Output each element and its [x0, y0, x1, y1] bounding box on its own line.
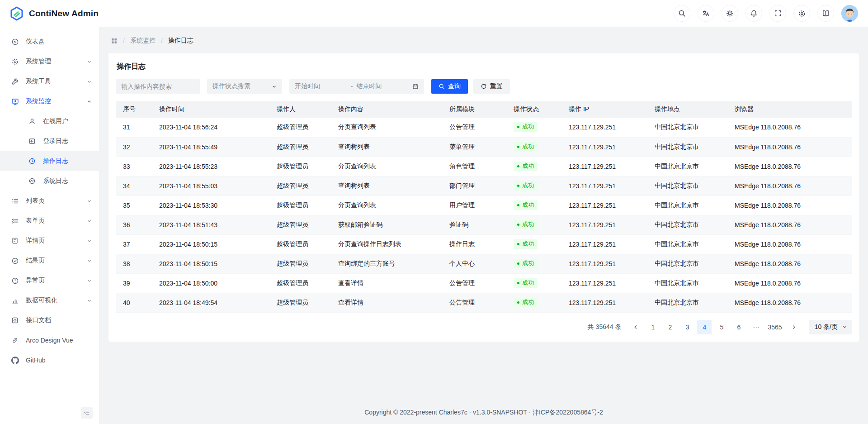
sidebar-item-exception-page[interactable]: 异常页	[0, 271, 99, 291]
content-search-input[interactable]	[121, 83, 194, 90]
cell-time: 2023-11-04 18:50:15	[152, 234, 269, 254]
cell-browser: MSEdge 118.0.2088.76	[727, 118, 852, 137]
sidebar-item-label: 系统监控	[26, 97, 51, 105]
sidebar-item-login-log[interactable]: 登录日志	[0, 131, 99, 151]
pagination-prev-button[interactable]	[628, 320, 643, 334]
table-row[interactable]: 31 2023-11-04 18:56:24 超级管理员 分页查询列表 公告管理…	[116, 118, 852, 137]
sidebar-item-system-log[interactable]: 系统日志	[0, 171, 99, 191]
cell-id: 31	[116, 118, 152, 137]
search-button[interactable]	[674, 5, 690, 22]
status-dot-icon	[517, 165, 519, 167]
sidebar-item-api-docs[interactable]: 接口文档	[0, 310, 99, 330]
cell-id: 36	[116, 215, 152, 234]
table-row[interactable]: 37 2023-11-04 18:50:15 超级管理员 分页查询操作日志列表 …	[116, 234, 852, 254]
table-row[interactable]: 40 2023-11-04 18:49:54 超级管理员 查看详情 公告管理 成…	[116, 293, 852, 312]
sidebar-item-system-tools[interactable]: 系统工具	[0, 71, 99, 91]
dashboard-gauge-icon	[11, 38, 19, 46]
sidebar-item-list-page[interactable]: 列表页	[0, 191, 99, 211]
status-badge: 成功	[514, 298, 538, 308]
sidebar-collapse-button[interactable]	[81, 407, 93, 419]
sidebar-item-label: 在线用户	[43, 117, 68, 125]
pagination-page[interactable]: 5	[714, 320, 729, 334]
table-row[interactable]: 33 2023-11-04 18:55:23 超级管理员 分页查询列表 角色管理…	[116, 157, 852, 176]
cell-id: 35	[116, 195, 152, 215]
sidebar-item-online-users[interactable]: 在线用户	[0, 111, 99, 131]
sidebar-item-label: 异常页	[26, 276, 45, 285]
translate-button[interactable]	[698, 5, 714, 22]
chevron-down-icon	[87, 219, 92, 224]
menu-fold-icon	[84, 410, 90, 416]
status-dot-icon	[517, 224, 519, 226]
pagination: 共 35644 条 1 2 3 4 5 6 ··· 3565	[116, 320, 852, 334]
notifications-button[interactable]	[745, 5, 762, 22]
status-badge: 成功	[514, 162, 538, 172]
table-row[interactable]: 34 2023-11-04 18:55:03 超级管理员 查询树列表 部门管理 …	[116, 176, 852, 195]
cell-ip: 123.117.129.251	[561, 176, 647, 195]
cell-id: 37	[116, 234, 152, 254]
top-bar-actions	[674, 5, 858, 22]
pagination-page[interactable]: 6	[731, 320, 746, 334]
start-date-placeholder: 开始时间	[295, 82, 347, 91]
chevron-down-icon	[87, 278, 92, 283]
sidebar-item-detail-page[interactable]: 详情页	[0, 231, 99, 251]
calendar-icon	[412, 83, 419, 90]
exclamation-circle-icon	[11, 277, 19, 285]
docs-button[interactable]	[817, 5, 834, 22]
status-dot-icon	[517, 243, 519, 245]
date-range-picker[interactable]: 开始时间 - 结束时间	[289, 79, 424, 94]
status-badge: 成功	[514, 239, 538, 249]
cell-browser: MSEdge 118.0.2088.76	[727, 157, 852, 176]
pagination-page-active[interactable]: 4	[697, 320, 712, 334]
breadcrumb-item[interactable]: 系统监控	[130, 37, 156, 45]
sidebar-item-operation-log[interactable]: 操作日志	[0, 151, 99, 171]
bell-icon	[750, 10, 758, 17]
cell-operator: 超级管理员	[269, 118, 331, 137]
fullscreen-button[interactable]	[769, 5, 786, 22]
search-button[interactable]: 查询	[431, 79, 468, 94]
book-icon	[822, 10, 830, 17]
chevron-down-icon	[87, 59, 92, 64]
table-row[interactable]: 38 2023-11-04 18:50:15 超级管理员 查询绑定的三方账号 个…	[116, 254, 852, 273]
login-log-icon	[28, 138, 36, 145]
sidebar-item-form-page[interactable]: 表单页	[0, 211, 99, 231]
table-row[interactable]: 36 2023-11-04 18:51:43 超级管理员 获取邮箱验证码 验证码…	[116, 215, 852, 234]
cell-content: 分页查询列表	[331, 195, 442, 215]
cell-module: 操作日志	[442, 234, 506, 254]
table-row[interactable]: 32 2023-11-04 18:55:49 超级管理员 查询树列表 菜单管理 …	[116, 137, 852, 157]
app-logo-icon	[9, 6, 24, 21]
user-icon	[28, 118, 36, 125]
sidebar-item-data-visualization[interactable]: 数据可视化	[0, 291, 99, 310]
brand[interactable]: ContiNew Admin	[9, 6, 99, 21]
chevron-down-icon	[87, 238, 92, 243]
cell-content: 分页查询列表	[331, 118, 442, 137]
settings-button[interactable]	[793, 5, 810, 22]
pagination-page[interactable]: 1	[646, 320, 660, 334]
reset-button[interactable]: 重置	[473, 79, 510, 94]
pagination-page[interactable]: 3	[680, 320, 694, 334]
cell-status: 成功	[506, 215, 561, 234]
cell-operator: 超级管理员	[269, 293, 331, 312]
theme-button[interactable]	[722, 5, 738, 22]
breadcrumb-separator: /	[161, 37, 163, 44]
content-search-field[interactable]	[116, 79, 200, 94]
sidebar-item-github[interactable]: GitHub	[0, 350, 99, 370]
sidebar-item-system-monitor[interactable]: 系统监控	[0, 91, 99, 111]
page-size-select[interactable]: 10 条/页	[809, 320, 852, 334]
cell-id: 34	[116, 176, 152, 195]
sidebar-item-arco-design-vue[interactable]: Arco Design Vue	[0, 330, 99, 350]
table-row[interactable]: 39 2023-11-04 18:50:00 超级管理员 查看详情 公告管理 成…	[116, 273, 852, 293]
sidebar-item-result-page[interactable]: 结果页	[0, 251, 99, 271]
apps-grid-icon[interactable]	[111, 38, 118, 44]
table-row[interactable]: 35 2023-11-04 18:53:30 超级管理员 分页查询列表 用户管理…	[116, 195, 852, 215]
sidebar-item-dashboard[interactable]: 仪表盘	[0, 32, 99, 52]
user-avatar[interactable]	[841, 5, 858, 22]
cell-module: 用户管理	[442, 195, 506, 215]
pagination-page[interactable]: 2	[663, 320, 677, 334]
code-square-icon	[11, 317, 19, 324]
date-range-separator: -	[351, 83, 353, 90]
checklist-icon	[11, 217, 19, 225]
sidebar-item-system-management[interactable]: 系统管理	[0, 52, 99, 71]
pagination-next-button[interactable]	[787, 320, 801, 334]
status-select[interactable]: 操作状态搜索	[207, 79, 282, 94]
pagination-page-last[interactable]: 3565	[766, 320, 783, 334]
